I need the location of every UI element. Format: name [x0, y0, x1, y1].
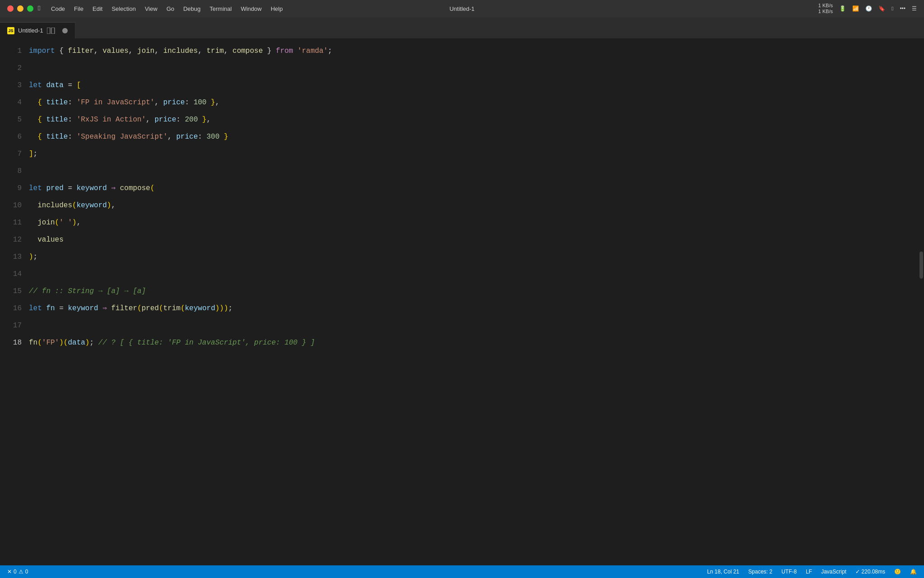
code-line-2 — [29, 60, 918, 77]
code-line-6: { title: 'Speaking JavaScript', price: 3… — [29, 128, 918, 145]
titlebar-right: 1 KB/s1 KB/s 🔋 📶 🕐 🔖  ••• ☰ — [818, 3, 917, 14]
menu-code[interactable]: Code — [47, 5, 69, 13]
line-num-15: 15 — [0, 283, 22, 300]
menu-edit[interactable]: Edit — [89, 5, 106, 13]
line-num-14: 14 — [0, 266, 22, 283]
smiley-icon: 🙂 — [894, 569, 901, 575]
cursor-position[interactable]: Ln 18, Col 21 — [707, 569, 739, 575]
code-line-12: values — [29, 231, 918, 248]
js-file-icon: JS — [7, 27, 14, 34]
timing: ✓ 220.08ms — [855, 569, 885, 575]
code-line-8 — [29, 163, 918, 180]
code-line-1: import { filter, values, join, includes,… — [29, 42, 918, 60]
list-icon: ☰ — [912, 5, 917, 12]
line-num-16: 16 — [0, 300, 22, 317]
split-editor-icon[interactable] — [47, 28, 55, 34]
code-line-14 — [29, 266, 918, 283]
wifi-icon: 📶 — [852, 5, 859, 12]
apple-icon[interactable]:  — [38, 5, 42, 13]
menu-go[interactable]: Go — [163, 5, 178, 13]
line-numbers: 1 2 3 4 5 6 7 8 9 10 11 12 13 14 15 16 — [0, 42, 29, 565]
minimize-button[interactable] — [17, 5, 23, 12]
code-line-9: let pred = keyword ⇒ compose( — [29, 180, 918, 197]
titlebar-left:  Code File Edit Selection View Go Debug… — [7, 5, 286, 13]
time-icon: 🕐 — [865, 5, 872, 12]
error-count: 0 — [14, 569, 17, 575]
language-mode[interactable]: JavaScript — [821, 569, 846, 575]
code-lines[interactable]: import { filter, values, join, includes,… — [29, 42, 918, 565]
line-ending[interactable]: LF — [806, 569, 812, 575]
menu-selection[interactable]: Selection — [108, 5, 139, 13]
menu-view[interactable]: View — [141, 5, 161, 13]
spaces-setting[interactable]: Spaces: 2 — [748, 569, 772, 575]
apple-logo-icon:  — [892, 5, 893, 12]
line-num-11: 11 — [0, 214, 22, 231]
bell-icon: 🔔 — [910, 569, 917, 575]
code-line-7: ]; — [29, 145, 918, 163]
encoding[interactable]: UTF-8 — [781, 569, 797, 575]
code-line-10: includes(keyword), — [29, 197, 918, 214]
line-num-3: 3 — [0, 77, 22, 94]
code-line-18: fn('FP')(data); // ? [ { title: 'FP in J… — [29, 334, 918, 351]
line-num-7: 7 — [0, 145, 22, 163]
traffic-lights — [7, 5, 33, 12]
editor-container: 1 2 3 4 5 6 7 8 9 10 11 12 13 14 15 16 — [0, 39, 924, 565]
line-num-12: 12 — [0, 231, 22, 248]
scrollbar-track[interactable] — [918, 42, 924, 565]
menu-terminal[interactable]: Terminal — [206, 5, 236, 13]
tab-filename: Untitled-1 — [18, 27, 43, 34]
line-num-17: 17 — [0, 317, 22, 334]
line-num-9: 9 — [0, 180, 22, 197]
status-right: Ln 18, Col 21 Spaces: 2 UTF-8 LF JavaScr… — [707, 569, 917, 575]
maximize-button[interactable] — [27, 5, 33, 12]
tabbar: JS Untitled-1 — [0, 17, 924, 39]
line-num-10: 10 — [0, 197, 22, 214]
titlebar:  Code File Edit Selection View Go Debug… — [0, 0, 924, 17]
code-line-17 — [29, 317, 918, 334]
error-icon: ✕ — [7, 569, 12, 575]
warning-icon: ⚠ — [18, 569, 23, 575]
svg-rect-1 — [51, 28, 55, 34]
line-num-4: 4 — [0, 94, 22, 111]
warning-count: 0 — [25, 569, 28, 575]
line-num-18: 18 — [0, 334, 22, 351]
line-num-5: 5 — [0, 111, 22, 128]
line-num-13: 13 — [0, 248, 22, 266]
statusbar: ✕ 0 ⚠ 0 Ln 18, Col 21 Spaces: 2 UTF-8 LF… — [0, 565, 924, 578]
scrollbar-thumb[interactable] — [919, 252, 923, 279]
dots-icon: ••• — [900, 5, 906, 12]
window-title: Untitled-1 — [449, 5, 475, 12]
battery-icon: 🔋 — [839, 5, 846, 12]
tab-status-dot — [62, 28, 68, 33]
network-speed: 1 KB/s1 KB/s — [818, 3, 833, 14]
code-line-5: { title: 'RxJS in Action', price: 200 }, — [29, 111, 918, 128]
line-num-6: 6 — [0, 128, 22, 145]
menu-bar:  Code File Edit Selection View Go Debug… — [38, 5, 286, 13]
code-line-11: join(' '), — [29, 214, 918, 231]
tab-untitled1[interactable]: JS Untitled-1 — [0, 22, 75, 38]
line-num-2: 2 — [0, 60, 22, 77]
code-line-15: // fn :: String → [a] → [a] — [29, 283, 918, 300]
line-num-1: 1 — [0, 42, 22, 60]
close-button[interactable] — [7, 5, 14, 12]
svg-rect-0 — [47, 28, 50, 34]
bookmark-icon: 🔖 — [878, 5, 885, 12]
code-line-16: let fn = keyword ⇒ filter(pred(trim(keyw… — [29, 300, 918, 317]
editor[interactable]: 1 2 3 4 5 6 7 8 9 10 11 12 13 14 15 16 — [0, 39, 924, 565]
line-num-8: 8 — [0, 163, 22, 180]
menu-file[interactable]: File — [70, 5, 87, 13]
code-area: 1 2 3 4 5 6 7 8 9 10 11 12 13 14 15 16 — [0, 42, 924, 565]
code-line-4: { title: 'FP in JavaScript', price: 100 … — [29, 94, 918, 111]
menu-debug[interactable]: Debug — [180, 5, 204, 13]
code-line-13: ); — [29, 248, 918, 266]
code-line-3: let data = [ — [29, 77, 918, 94]
menu-window[interactable]: Window — [237, 5, 265, 13]
menu-help[interactable]: Help — [267, 5, 286, 13]
status-errors[interactable]: ✕ 0 ⚠ 0 — [7, 569, 28, 575]
